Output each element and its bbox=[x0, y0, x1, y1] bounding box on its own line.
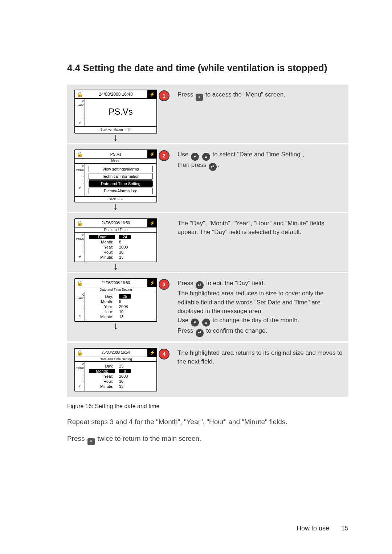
field-month-value: 8 bbox=[119, 369, 131, 373]
step-5-text: The highlighted area returns to its orig… bbox=[177, 349, 343, 366]
device-screen-5: 🔒 25/08/2008 16:54 ⚡ Date and Time Setti… bbox=[74, 348, 157, 391]
up-button-icon bbox=[202, 153, 210, 161]
date-fields: Day:25 Month:8 Year:2008 Hour:10 Minute:… bbox=[89, 294, 152, 319]
step-3-badge: 3 bbox=[159, 279, 170, 290]
field-hour-value: 10 bbox=[117, 379, 139, 383]
field-year-label: Year: bbox=[89, 374, 115, 378]
lock-icon: 🔒 bbox=[75, 150, 84, 158]
field-hour-label: Hour: bbox=[89, 250, 115, 254]
battery-icon: ⚡ bbox=[147, 219, 156, 227]
date-fields: Day:25 Month:8 Year:2008 Hour:10 Minute:… bbox=[89, 364, 152, 389]
step-2-row: 🔒 PS.Vs ⚡ Menu 0 cmH2O ···· ↵ bbox=[67, 144, 348, 212]
battery-icon: ⚡ bbox=[147, 150, 156, 158]
screen2-title: PS.Vs bbox=[84, 152, 147, 156]
field-month-value: 8 bbox=[117, 240, 139, 244]
screen1-date: 24/08/2008 16:48 bbox=[84, 92, 147, 97]
mode-label: PS.Vs bbox=[86, 100, 155, 122]
screen-2: 🔒 PS.Vs ⚡ Menu 0 cmH2O ···· ↵ bbox=[73, 149, 159, 209]
screen-4: 🔒 24/08/2008 16:53 ⚡ Date and Time Setti… bbox=[73, 278, 159, 328]
screen-3: 🔒 24/08/2008 16:53 ⚡ Date and Time 0 cmH… bbox=[73, 218, 159, 269]
page-number: 15 bbox=[341, 525, 348, 532]
footer-label: How to use bbox=[297, 525, 329, 532]
menu-button-icon: ≡ bbox=[196, 94, 203, 101]
device-screen-1: 🔒 24/08/2008 16:48 ⚡ 0 cmH2O ···· ↵ PS.V… bbox=[74, 90, 157, 133]
screen5-date: 25/08/2008 16:54 bbox=[84, 350, 147, 354]
battery-icon: ⚡ bbox=[147, 279, 156, 287]
menu-item: View settings/alarms bbox=[89, 166, 153, 172]
field-year-label: Year: bbox=[89, 304, 115, 309]
down-button-icon bbox=[191, 319, 199, 327]
field-month-label: Month: bbox=[89, 369, 115, 373]
screen1-footer: Start ventilation → ⓘ bbox=[75, 126, 156, 133]
lock-icon: 🔒 bbox=[75, 90, 84, 98]
menu-button-icon: ≡ bbox=[87, 438, 95, 445]
field-hour-label: Hour: bbox=[89, 309, 115, 314]
screen4-date: 24/08/2008 16:53 bbox=[84, 281, 147, 285]
s1-post: to access the "Menu" screen. bbox=[204, 91, 285, 98]
pressure-scale: 0 cmH2O ···· ↵ bbox=[75, 292, 85, 321]
step-1-row: 🔒 24/08/2008 16:48 ⚡ 0 cmH2O ···· ↵ PS.V… bbox=[67, 85, 348, 143]
lock-icon: 🔒 bbox=[75, 279, 84, 287]
step-1-badge: 1 bbox=[159, 90, 170, 101]
step-4-text: Press to edit the "Day" field. The highl… bbox=[177, 279, 343, 337]
screen3-sub: Date and Time bbox=[75, 227, 156, 233]
up-button-icon bbox=[202, 319, 210, 327]
enter-button-icon bbox=[209, 163, 217, 171]
device-screen-4: 🔒 24/08/2008 16:53 ⚡ Date and Time Setti… bbox=[74, 278, 157, 322]
field-minute-value: 13 bbox=[117, 255, 139, 259]
step-1-text: Press ≡ to access the "Menu" screen. bbox=[177, 90, 343, 101]
section-title-text: Setting the date and time (while ventila… bbox=[83, 62, 327, 73]
field-day-value: 25 bbox=[117, 364, 139, 368]
screen2-sub: Menu bbox=[75, 159, 156, 164]
field-year-value: 2008 bbox=[117, 245, 139, 249]
section-number: 4.4 bbox=[67, 62, 80, 73]
field-hour-label: Hour: bbox=[89, 379, 115, 383]
enter-button-icon bbox=[196, 329, 204, 337]
scale-zero: 0 bbox=[75, 99, 84, 104]
down-arrow-icon: ↓ bbox=[113, 134, 118, 141]
lock-icon: 🔒 bbox=[75, 349, 84, 357]
figure-area: 🔒 24/08/2008 16:48 ⚡ 0 cmH2O ···· ↵ PS.V… bbox=[67, 85, 348, 397]
field-day-label: Day: bbox=[89, 364, 115, 368]
step-3-text: The "Day", "Month", "Year", "Hour" and "… bbox=[177, 219, 343, 237]
step-2-text: Use to select "Date and Time Setting", t… bbox=[177, 150, 343, 171]
screen5-sub: Date and Time Setting bbox=[75, 357, 156, 362]
field-month-label: Month: bbox=[89, 299, 115, 304]
field-month-value: 8 bbox=[117, 299, 139, 304]
step-4-row: 🔒 24/08/2008 16:53 ⚡ Date and Time Setti… bbox=[67, 273, 348, 341]
field-minute-label: Minute: bbox=[89, 255, 115, 259]
paragraph-press-twice: Press ≡ twice to return to the main scre… bbox=[67, 434, 348, 445]
battery-icon: ⚡ bbox=[147, 349, 156, 357]
field-minute-label: Minute: bbox=[89, 384, 115, 389]
field-year-value: 2008 bbox=[117, 374, 139, 378]
scale-arrow: ↵ bbox=[75, 120, 84, 125]
down-arrow-icon: ↓ bbox=[113, 203, 118, 210]
section-title: 4.4 Setting the date and time (while ven… bbox=[67, 62, 348, 74]
field-month-label: Month: bbox=[89, 240, 115, 244]
device-screen-3: 🔒 24/08/2008 16:53 ⚡ Date and Time 0 cmH… bbox=[74, 218, 157, 262]
device-screen-2: 🔒 PS.Vs ⚡ Menu 0 cmH2O ···· ↵ bbox=[74, 149, 157, 202]
field-day-label: Day: bbox=[89, 294, 115, 299]
pressure-scale: 0 cmH2O ···· ↵ bbox=[75, 233, 85, 262]
field-day-value: 24 bbox=[119, 235, 131, 239]
page-footer: How to use 15 bbox=[297, 525, 348, 532]
s1-pre: Press bbox=[177, 91, 195, 98]
step-3-row: 🔒 24/08/2008 16:53 ⚡ Date and Time 0 cmH… bbox=[67, 213, 348, 272]
screen-1: 🔒 24/08/2008 16:48 ⚡ 0 cmH2O ···· ↵ PS.V… bbox=[73, 90, 159, 140]
step-2-badge: 2 bbox=[159, 150, 170, 161]
down-arrow-icon: ↓ bbox=[113, 263, 118, 270]
field-minute-value: 13 bbox=[117, 315, 139, 319]
paragraph-repeat: Repeat steps 3 and 4 for the "Month", "Y… bbox=[67, 417, 348, 427]
scale-unit: cmH2O bbox=[75, 104, 84, 107]
down-arrow-icon: ↓ bbox=[113, 323, 118, 329]
field-day-label: Day: bbox=[89, 235, 115, 239]
menu-item: Events/Alarms Log bbox=[89, 188, 153, 194]
pressure-scale: 0 cmH2O ···· ↵ bbox=[75, 164, 85, 196]
pressure-scale: 0 cmH2O ···· ↵ bbox=[75, 99, 85, 126]
screen-5: 🔒 25/08/2008 16:54 ⚡ Date and Time Setti… bbox=[73, 348, 159, 391]
field-minute-value: 13 bbox=[117, 384, 139, 389]
screen4-sub: Date and Time Setting bbox=[75, 287, 156, 292]
field-minute-label: Minute: bbox=[89, 315, 115, 319]
menu-item: Technical information bbox=[89, 173, 153, 180]
date-fields: Day:24 Month:8 Year:2008 Hour:10 Minute:… bbox=[89, 235, 152, 259]
